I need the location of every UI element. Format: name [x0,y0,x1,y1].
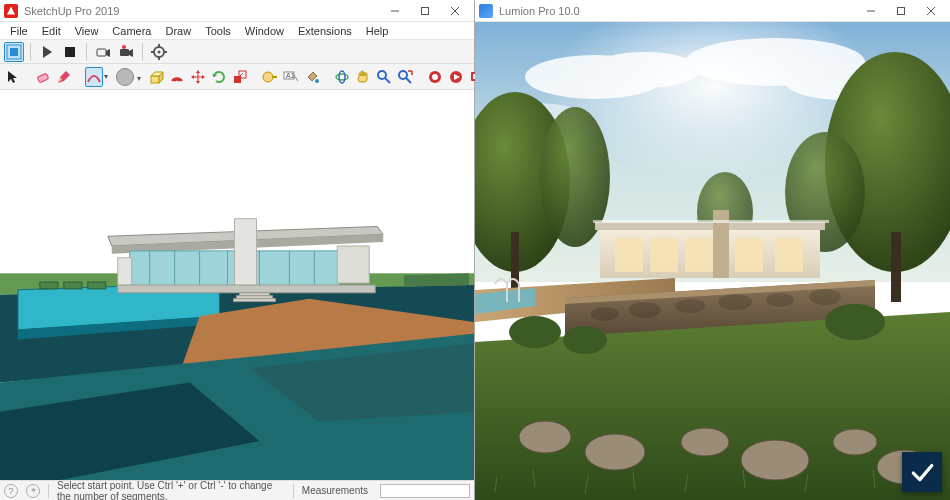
svg-point-45 [378,71,386,79]
svg-line-46 [385,78,390,83]
close-button[interactable] [440,1,470,21]
scale-icon[interactable] [231,67,249,87]
svg-rect-10 [120,49,129,56]
svg-point-44 [339,71,345,83]
svg-rect-86 [64,282,82,289]
menu-draw[interactable]: Draw [159,24,197,38]
vray-render-icon[interactable] [426,67,444,87]
settings-gear-icon[interactable] [149,42,169,62]
svg-point-36 [263,72,273,82]
sketchup-window: SketchUp Pro 2019 File Edit View Camera … [0,0,475,500]
svg-rect-23 [151,76,159,83]
measurements-input[interactable] [380,484,470,498]
svg-rect-20 [37,73,49,83]
menu-extensions[interactable]: Extensions [292,24,358,38]
offset-icon[interactable] [168,67,186,87]
svg-point-47 [399,71,407,79]
svg-rect-85 [40,282,58,289]
lumion-render-viewport[interactable] [475,22,950,500]
pencil-draw-icon[interactable] [55,67,73,87]
lumion-app-icon [479,4,493,18]
svg-rect-83 [337,246,369,283]
svg-rect-112 [650,238,678,272]
svg-rect-87 [88,282,106,289]
svg-point-144 [509,316,561,348]
orbit-icon[interactable] [333,67,351,87]
geolocation-icon[interactable]: ⌖ [26,484,40,498]
svg-point-137 [519,421,571,453]
lumion-titlebar: Lumion Pro 10.0 [475,0,950,22]
menu-file[interactable]: File [4,24,34,38]
pan-hand-icon[interactable] [354,67,372,87]
minimize-button[interactable] [856,1,886,21]
svg-point-123 [675,299,705,313]
menu-help[interactable]: Help [360,24,395,38]
camera-target-icon[interactable] [116,42,136,62]
menu-tools[interactable]: Tools [199,24,237,38]
menu-window[interactable]: Window [239,24,290,38]
svg-point-43 [336,74,348,80]
svg-line-40 [294,75,298,81]
sketchup-app-icon [4,4,18,18]
zoom-extents-icon[interactable] [396,67,414,87]
maximize-button[interactable] [886,1,916,21]
tape-measure-icon[interactable] [261,67,279,87]
svg-rect-107 [891,232,901,302]
svg-marker-70 [404,273,469,287]
material-swatch[interactable]: ▾ [115,67,135,87]
svg-point-42 [315,79,319,83]
pushpull-icon[interactable] [147,67,165,87]
sync-camera-icon[interactable] [93,42,113,62]
select-arrow-icon[interactable] [4,67,22,87]
svg-point-143 [563,326,607,354]
text-label-icon[interactable]: A1 [282,67,300,87]
svg-point-14 [158,50,161,53]
status-hint: Select start point. Use Ctrl '+' or Ctrl… [57,480,285,501]
confirm-check-button[interactable] [902,452,942,492]
svg-line-48 [406,78,411,83]
svg-marker-6 [43,46,52,58]
lumion-window: Lumion Pro 10.0 [475,0,950,500]
zoom-icon[interactable] [375,67,393,87]
arc-tool-icon[interactable]: ▾ [85,67,103,87]
paint-bucket-color-icon: ▾ [116,68,134,86]
vray-interactive-icon[interactable] [447,67,465,87]
eraser-icon[interactable] [34,67,52,87]
svg-point-125 [766,293,794,307]
help-hint-icon[interactable]: ? [4,484,18,498]
sketchup-toolbar-tools: ▾ ▾ A1 [0,64,474,90]
svg-rect-92 [898,7,905,14]
svg-rect-33 [234,76,241,83]
svg-marker-11 [129,49,133,57]
move-icon[interactable] [189,67,207,87]
sketchup-viewport[interactable] [0,90,474,480]
svg-rect-1 [422,7,429,14]
svg-point-121 [591,307,619,321]
menu-camera[interactable]: Camera [106,24,157,38]
svg-point-140 [741,440,809,480]
svg-point-138 [585,434,645,470]
sketchup-title: SketchUp Pro 2019 [24,5,119,17]
svg-rect-115 [775,238,803,272]
sketchup-titlebar: SketchUp Pro 2019 [0,0,474,22]
paint-bucket-icon[interactable] [303,67,321,87]
svg-point-52 [432,74,438,80]
maximize-button[interactable] [410,1,440,21]
svg-rect-117 [593,220,829,223]
svg-marker-9 [106,49,110,57]
lumion-title: Lumion Pro 10.0 [499,5,580,17]
menu-edit[interactable]: Edit [36,24,67,38]
play-icon[interactable] [37,42,57,62]
minimize-button[interactable] [380,1,410,21]
svg-rect-113 [685,238,713,272]
svg-point-12 [122,45,126,49]
svg-rect-109 [595,222,825,230]
rotate-icon[interactable] [210,67,228,87]
svg-text:A1: A1 [286,72,295,79]
styles-icon[interactable] [4,42,24,62]
close-button[interactable] [916,1,946,21]
menu-view[interactable]: View [69,24,105,38]
svg-rect-114 [735,238,763,272]
svg-point-145 [825,304,885,340]
stop-icon[interactable] [60,42,80,62]
